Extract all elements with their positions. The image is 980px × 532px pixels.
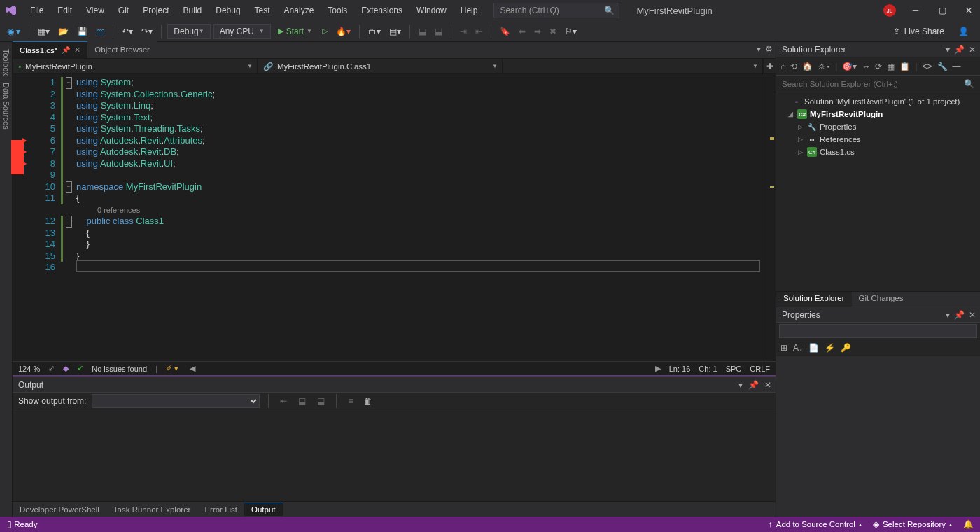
properties-grid[interactable] bbox=[776, 356, 980, 517]
tree-class1[interactable]: ▷C# Class1.cs bbox=[776, 146, 980, 158]
nav-scope-dropdown[interactable]: ▪ MyFirstRevitPlugin▼ bbox=[13, 59, 258, 74]
new-item-button[interactable]: ▦▾ bbox=[35, 25, 52, 38]
props-pages-icon[interactable]: 📄 bbox=[808, 343, 819, 353]
se-close-icon[interactable]: ✕ bbox=[969, 45, 976, 55]
close-button[interactable]: ✕ bbox=[962, 4, 976, 18]
output-source-dropdown[interactable] bbox=[92, 394, 260, 408]
brush-icon[interactable]: ✐ ▾ bbox=[166, 364, 178, 373]
output-body[interactable] bbox=[13, 410, 776, 501]
se-filter-icon[interactable]: ↔ bbox=[862, 62, 870, 71]
indent-mode[interactable]: SPC bbox=[726, 365, 742, 373]
se-sync-icon[interactable]: 🎯▾ bbox=[842, 62, 857, 71]
live-share-button[interactable]: ⇪ Live Share bbox=[893, 27, 944, 36]
props-dropdown-icon[interactable]: ▾ bbox=[946, 310, 950, 320]
props-cat-icon[interactable]: ⊞ bbox=[780, 343, 788, 353]
menu-view[interactable]: View bbox=[80, 3, 111, 18]
search-box[interactable]: Search (Ctrl+Q) 🔍 bbox=[493, 3, 620, 18]
start-button[interactable]: ▶Start ▼ bbox=[274, 25, 316, 38]
se-more-icon[interactable]: — bbox=[953, 62, 961, 71]
menu-help[interactable]: Help bbox=[454, 3, 484, 18]
se-copy-icon[interactable]: 📋 bbox=[899, 62, 910, 71]
issues-text[interactable]: No issues found bbox=[92, 365, 147, 373]
line-ending[interactable]: CRLF bbox=[750, 365, 770, 373]
se-tab-git[interactable]: Git Changes bbox=[852, 292, 911, 307]
scroll-right-icon[interactable]: ▶ bbox=[655, 364, 661, 373]
admin-icon[interactable]: 👤 bbox=[955, 25, 972, 38]
menu-extensions[interactable]: Extensions bbox=[355, 3, 409, 18]
notifications-button[interactable]: 🔔 bbox=[963, 519, 973, 529]
menu-test[interactable]: Test bbox=[248, 3, 276, 18]
save-all-button[interactable]: 🗃 bbox=[93, 25, 107, 38]
tab-settings-icon[interactable]: ⚙ bbox=[765, 44, 773, 54]
menu-debug[interactable]: Debug bbox=[209, 3, 246, 18]
zoom-level[interactable]: 124 % bbox=[18, 365, 40, 373]
solution-tree[interactable]: ▫ Solution 'MyFirstRevitPlugin' (1 of 1 … bbox=[776, 92, 980, 291]
undo-button[interactable]: ↶▾ bbox=[119, 25, 136, 38]
se-tab-solution[interactable]: Solution Explorer bbox=[776, 292, 852, 307]
open-button[interactable]: 📂 bbox=[55, 25, 71, 38]
layout-button[interactable]: ▤▾ bbox=[386, 25, 404, 38]
toolbox-tab[interactable]: Toolbox bbox=[2, 49, 10, 76]
se-refresh-icon[interactable]: ⟳ bbox=[875, 62, 882, 71]
zoom-icon[interactable]: ⤢ bbox=[48, 364, 55, 373]
scroll-left-icon[interactable]: ◀ bbox=[190, 364, 195, 373]
se-pin-icon[interactable]: 📌 bbox=[954, 45, 965, 55]
panel-dropdown-icon[interactable]: ▾ bbox=[738, 380, 743, 390]
nav-member-dropdown[interactable]: ▼ bbox=[503, 59, 763, 74]
bottom-tab-error-list[interactable]: Error List bbox=[197, 503, 244, 516]
tree-solution[interactable]: ▫ Solution 'MyFirstRevitPlugin' (1 of 1 … bbox=[776, 95, 980, 108]
select-repo-button[interactable]: ◈ Select Repository ▴ bbox=[873, 519, 952, 529]
tree-references[interactable]: ▷▪▪ References bbox=[776, 133, 980, 146]
tab-object-browser[interactable]: Object Browser bbox=[88, 41, 157, 58]
menu-tools[interactable]: Tools bbox=[321, 3, 354, 18]
split-button[interactable]: ✚ bbox=[763, 59, 776, 74]
pin-icon[interactable]: 📌 bbox=[62, 46, 70, 54]
clear-output-button[interactable]: 🗑 bbox=[361, 395, 375, 407]
se-home-icon[interactable]: ⌂ bbox=[780, 62, 785, 71]
props-msg-icon[interactable]: 🔑 bbox=[841, 343, 851, 353]
menu-git[interactable]: Git bbox=[112, 3, 135, 18]
se-code-icon[interactable]: <> bbox=[923, 62, 932, 71]
menu-file[interactable]: File bbox=[24, 3, 50, 18]
user-badge[interactable]: JL bbox=[883, 4, 896, 17]
minimize-button[interactable]: ─ bbox=[909, 4, 923, 18]
add-source-control-button[interactable]: ↑ Add to Source Control ▴ bbox=[769, 520, 862, 528]
maximize-button[interactable]: ▢ bbox=[935, 4, 949, 18]
solution-explorer-search[interactable]: 🔍 bbox=[776, 76, 980, 92]
menu-analyze[interactable]: Analyze bbox=[278, 3, 321, 18]
back-button[interactable]: ◉ ▾ bbox=[4, 25, 23, 38]
hot-reload-button[interactable]: 🔥▾ bbox=[333, 25, 354, 38]
se-home2-icon[interactable]: 🏠 bbox=[802, 62, 813, 71]
se-showall-icon[interactable]: ▦ bbox=[887, 62, 895, 71]
menu-build[interactable]: Build bbox=[177, 3, 209, 18]
data-sources-tab[interactable]: Data Sources bbox=[2, 83, 10, 130]
props-events-icon[interactable]: ⚡ bbox=[825, 343, 835, 353]
browse-button[interactable]: 🗀▾ bbox=[365, 25, 384, 38]
tab-overflow-icon[interactable]: ▾ bbox=[757, 44, 761, 54]
save-button[interactable]: 💾 bbox=[74, 25, 90, 38]
start-without-debug-button[interactable]: ▷ bbox=[319, 25, 330, 37]
panel-pin-icon[interactable]: 📌 bbox=[748, 380, 759, 390]
props-pin-icon[interactable]: 📌 bbox=[954, 310, 965, 320]
se-collapse-icon[interactable]: ⛭▾ bbox=[818, 62, 830, 71]
panel-close-icon[interactable]: ✕ bbox=[764, 380, 771, 390]
se-search-input[interactable] bbox=[782, 80, 964, 88]
menu-edit[interactable]: Edit bbox=[51, 3, 78, 18]
bottom-tab-task-runner-explorer[interactable]: Task Runner Explorer bbox=[106, 503, 198, 516]
tab-class1[interactable]: Class1.cs* 📌 ✕ bbox=[13, 41, 88, 58]
props-az-icon[interactable]: A↓ bbox=[793, 343, 803, 353]
nav-type-dropdown[interactable]: 🔗 MyFirstRevitPlugin.Class1▼ bbox=[258, 59, 503, 74]
se-switch-icon[interactable]: ⟲ bbox=[790, 62, 797, 71]
flag-button[interactable]: ⚐▾ bbox=[562, 25, 580, 38]
redo-button[interactable]: ↷▾ bbox=[139, 25, 155, 38]
menu-window[interactable]: Window bbox=[410, 3, 453, 18]
bottom-tab-output[interactable]: Output bbox=[244, 503, 283, 516]
properties-object-dropdown[interactable] bbox=[779, 324, 977, 338]
props-close-icon[interactable]: ✕ bbox=[969, 310, 976, 320]
close-icon[interactable]: ✕ bbox=[74, 46, 80, 55]
health-icon[interactable]: ◆ bbox=[63, 364, 69, 373]
tree-project[interactable]: ◢C# MyFirstRevitPlugin bbox=[776, 108, 980, 120]
menu-project[interactable]: Project bbox=[136, 3, 175, 18]
se-dropdown-icon[interactable]: ▾ bbox=[946, 45, 950, 55]
code-editor[interactable]: 12345678910111213141516 −−− using System… bbox=[13, 74, 776, 361]
